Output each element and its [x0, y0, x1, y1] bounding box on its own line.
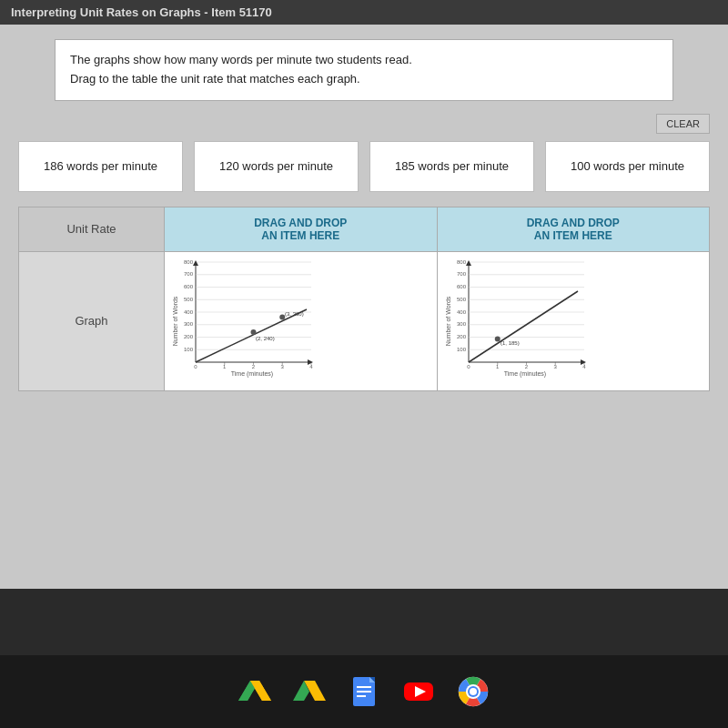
svg-text:400: 400	[456, 308, 466, 314]
google-drive-icon[interactable]	[237, 673, 273, 710]
svg-text:600: 600	[184, 284, 194, 289]
clear-row: CLEAR	[18, 114, 710, 134]
word-card-2[interactable]: 120 words per minute	[194, 141, 359, 192]
svg-text:100: 100	[456, 347, 466, 352]
svg-text:3: 3	[281, 364, 285, 369]
svg-text:0: 0	[194, 364, 197, 369]
youtube-taskbar[interactable]	[400, 673, 437, 710]
svg-text:200: 200	[456, 334, 466, 339]
col3-header: DRAG AND DROPAN ITEM HERE	[437, 207, 710, 251]
word-card-1[interactable]: 186 words per minute	[18, 141, 183, 192]
instructions-box: The graphs show how many words per minut…	[55, 39, 673, 101]
instruction-line2: Drag to the table the unit rate that mat…	[70, 70, 658, 89]
graph-2: Number of Words Time (minutes) 100 200 3…	[443, 258, 589, 385]
svg-text:700: 700	[456, 271, 466, 277]
col2-header: DRAG AND DROPAN ITEM HERE	[165, 207, 438, 251]
instruction-line1: The graphs show how many words per minut…	[70, 51, 658, 70]
svg-marker-68	[466, 260, 471, 266]
google-drive-taskbar[interactable]	[291, 673, 328, 710]
svg-text:1: 1	[496, 364, 500, 369]
svg-text:(1, 185): (1, 185)	[500, 340, 520, 346]
svg-text:800: 800	[184, 259, 194, 265]
data-table: Unit Rate DRAG AND DROPAN ITEM HERE DRAG…	[18, 207, 710, 391]
svg-rect-83	[357, 695, 366, 697]
svg-line-29	[196, 309, 307, 362]
col2-header-text: DRAG AND DROPAN ITEM HERE	[254, 217, 347, 242]
svg-text:Time (minutes): Time (minutes)	[503, 370, 545, 378]
title-bar: Interpreting Unit Rates on Graphs - Item…	[0, 0, 728, 25]
svg-text:500: 500	[456, 297, 466, 302]
svg-text:700: 700	[184, 271, 194, 277]
svg-point-92	[470, 688, 477, 695]
table-row: Graph Number of Words Time (minutes)	[19, 251, 710, 390]
svg-point-30	[251, 329, 257, 335]
svg-marker-34	[193, 260, 198, 266]
svg-text:600: 600	[456, 284, 466, 289]
word-card-4[interactable]: 100 words per minute	[545, 141, 710, 192]
svg-text:4: 4	[309, 364, 313, 369]
svg-text:0: 0	[467, 364, 470, 369]
main-content: The graphs show how many words per minut…	[0, 25, 728, 589]
clear-button[interactable]: CLEAR	[656, 114, 710, 134]
col1-header: Unit Rate	[19, 207, 165, 251]
svg-text:Time (minutes): Time (minutes)	[231, 370, 273, 378]
svg-text:(3, 360): (3, 360)	[285, 311, 304, 317]
taskbar	[0, 655, 728, 728]
svg-text:400: 400	[184, 308, 194, 314]
svg-text:200: 200	[184, 334, 194, 339]
cards-row: 186 words per minute 120 words per minut…	[18, 141, 710, 192]
col3-header-text: DRAG AND DROPAN ITEM HERE	[527, 217, 620, 242]
row-label: Graph	[19, 251, 165, 390]
svg-text:300: 300	[184, 321, 194, 327]
svg-rect-82	[357, 691, 371, 693]
svg-text:1: 1	[223, 364, 227, 369]
svg-text:4: 4	[582, 364, 586, 369]
graph-1: Number of Words Time (minutes) 100 200 3…	[170, 258, 316, 385]
svg-text:800: 800	[456, 259, 466, 265]
svg-text:100: 100	[184, 347, 194, 352]
svg-text:2: 2	[252, 364, 256, 369]
svg-text:3: 3	[553, 364, 557, 369]
word-card-3[interactable]: 185 words per minute	[369, 141, 534, 192]
svg-line-65	[469, 291, 578, 362]
title-text: Interpreting Unit Rates on Graphs - Item…	[11, 5, 272, 19]
svg-text:300: 300	[456, 321, 466, 327]
svg-text:Number of Words: Number of Words	[172, 296, 178, 346]
svg-rect-81	[357, 686, 371, 688]
graph-cell-2: Number of Words Time (minutes) 100 200 3…	[437, 251, 710, 390]
svg-text:500: 500	[184, 297, 194, 302]
svg-text:Number of Words: Number of Words	[445, 296, 451, 346]
svg-text:2: 2	[524, 364, 528, 369]
svg-point-66	[494, 336, 500, 341]
graph-cell-1: Number of Words Time (minutes) 100 200 3…	[165, 251, 438, 390]
svg-text:(2, 240): (2, 240)	[256, 336, 275, 341]
google-docs-taskbar[interactable]	[346, 673, 382, 710]
google-chrome-taskbar[interactable]	[455, 673, 491, 710]
